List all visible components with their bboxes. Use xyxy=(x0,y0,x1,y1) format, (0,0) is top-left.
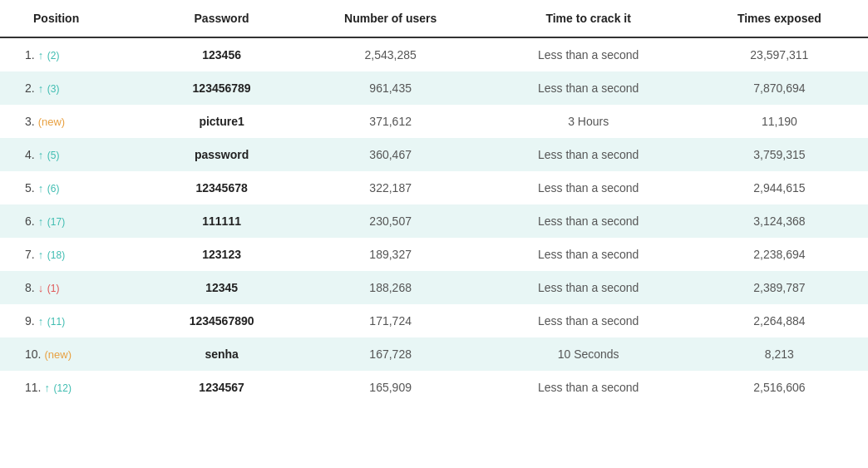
num-users-cell: 189,327 xyxy=(295,238,486,271)
table-row: 4.↑ (5)password360,467Less than a second… xyxy=(0,138,868,171)
time-to-crack-cell: Less than a second xyxy=(486,204,691,238)
table-row: 10.(new)senha167,72810 Seconds8,213 xyxy=(0,337,868,371)
table-header-row: Position Password Number of users Time t… xyxy=(0,0,868,37)
password-cell: picture1 xyxy=(148,105,294,138)
num-users-cell: 961,435 xyxy=(295,71,486,105)
times-exposed-cell: 2,389,787 xyxy=(691,271,868,304)
position-cell: 9.↑ (11) xyxy=(0,304,148,337)
times-exposed-cell: 3,759,315 xyxy=(691,138,868,171)
num-users-cell: 371,612 xyxy=(295,105,486,138)
position-cell: 3.(new) xyxy=(0,105,148,138)
times-exposed-cell: 2,516,606 xyxy=(691,371,868,404)
trend-up-icon: ↑ (5) xyxy=(38,149,60,161)
times-exposed-cell: 2,944,615 xyxy=(691,171,868,204)
time-to-crack-cell: Less than a second xyxy=(486,304,691,337)
table-row: 11.↑ (12)1234567165,909Less than a secon… xyxy=(0,371,868,404)
rank-number: 9. xyxy=(25,314,35,328)
num-users-cell: 165,909 xyxy=(295,371,486,404)
times-exposed-cell: 23,597,311 xyxy=(691,37,868,71)
trend-new-label: (new) xyxy=(44,348,72,361)
trend-new-label: (new) xyxy=(38,116,66,128)
arrow-down-icon: ↓ xyxy=(38,282,47,294)
position-cell: 7.↑ (18) xyxy=(0,238,148,271)
rank-number: 1. xyxy=(25,48,35,62)
times-exposed-cell: 3,124,368 xyxy=(691,204,868,238)
rank-number: 2. xyxy=(25,81,35,95)
table-row: 5.↑ (6)12345678322,187Less than a second… xyxy=(0,171,868,204)
times-exposed-cell: 8,213 xyxy=(691,337,868,371)
rank-number: 3. xyxy=(25,115,35,128)
rank-number: 4. xyxy=(25,148,35,161)
num-users-cell: 360,467 xyxy=(295,138,486,171)
password-cell: password xyxy=(148,138,294,171)
trend-value: (17) xyxy=(47,216,65,228)
times-exposed-cell: 11,190 xyxy=(691,105,868,138)
password-cell: 12345 xyxy=(148,271,294,304)
trend-value: (1) xyxy=(47,283,60,294)
password-cell: 1234567 xyxy=(148,371,294,404)
times-exposed-cell: 2,238,694 xyxy=(691,238,868,271)
num-users-cell: 230,507 xyxy=(295,204,486,238)
time-to-crack-cell: 3 Hours xyxy=(486,105,691,138)
position-cell: 1.↑ (2) xyxy=(0,37,148,71)
header-time-to-crack: Time to crack it xyxy=(486,0,691,37)
password-cell: 123456 xyxy=(148,37,294,71)
num-users-cell: 167,728 xyxy=(295,337,486,371)
time-to-crack-cell: Less than a second xyxy=(486,138,691,171)
trend-value: (2) xyxy=(47,50,60,62)
time-to-crack-cell: Less than a second xyxy=(486,37,691,71)
time-to-crack-cell: 10 Seconds xyxy=(486,337,691,371)
arrow-up-icon: ↑ xyxy=(38,215,47,228)
header-num-users: Number of users xyxy=(295,0,486,37)
time-to-crack-cell: Less than a second xyxy=(486,238,691,271)
trend-value: (11) xyxy=(47,316,65,328)
password-cell: 123123 xyxy=(148,238,294,271)
password-table-container: Position Password Number of users Time t… xyxy=(0,0,868,404)
table-row: 1.↑ (2)1234562,543,285Less than a second… xyxy=(0,37,868,71)
table-row: 6.↑ (17)111111230,507Less than a second3… xyxy=(0,204,868,238)
header-position: Position xyxy=(0,0,148,37)
trend-down-icon: ↓ (1) xyxy=(38,282,60,294)
position-cell: 8.↓ (1) xyxy=(0,271,148,304)
password-cell: 111111 xyxy=(148,204,294,238)
trend-up-icon: ↑ (18) xyxy=(38,249,65,261)
trend-up-icon: ↑ (3) xyxy=(38,82,60,95)
arrow-up-icon: ↑ xyxy=(38,82,47,95)
rank-number: 6. xyxy=(25,214,35,228)
position-cell: 6.↑ (17) xyxy=(0,204,148,238)
arrow-up-icon: ↑ xyxy=(44,382,52,394)
position-cell: 11.↑ (12) xyxy=(0,371,148,404)
password-cell: 12345678 xyxy=(148,171,294,204)
arrow-up-icon: ↑ xyxy=(38,315,47,328)
table-row: 9.↑ (11)1234567890171,724Less than a sec… xyxy=(0,304,868,337)
position-cell: 10.(new) xyxy=(0,337,148,371)
table-row: 7.↑ (18)123123189,327Less than a second2… xyxy=(0,238,868,271)
arrow-up-icon: ↑ xyxy=(38,182,47,195)
time-to-crack-cell: Less than a second xyxy=(486,71,691,105)
password-cell: senha xyxy=(148,337,294,371)
password-table: Position Password Number of users Time t… xyxy=(0,0,868,404)
arrow-up-icon: ↑ xyxy=(38,149,47,161)
rank-number: 10. xyxy=(25,347,41,361)
rank-number: 11. xyxy=(25,381,41,394)
time-to-crack-cell: Less than a second xyxy=(486,171,691,204)
times-exposed-cell: 7,870,694 xyxy=(691,71,868,105)
header-password: Password xyxy=(148,0,294,37)
password-cell: 123456789 xyxy=(148,71,294,105)
position-cell: 5.↑ (6) xyxy=(0,171,148,204)
rank-number: 5. xyxy=(25,181,35,195)
time-to-crack-cell: Less than a second xyxy=(486,271,691,304)
trend-value: (18) xyxy=(47,249,65,261)
time-to-crack-cell: Less than a second xyxy=(486,371,691,404)
rank-number: 8. xyxy=(25,281,35,294)
num-users-cell: 322,187 xyxy=(295,171,486,204)
password-cell: 1234567890 xyxy=(148,304,294,337)
arrow-up-icon: ↑ xyxy=(38,49,47,62)
trend-value: (5) xyxy=(47,150,60,161)
table-row: 3.(new)picture1371,6123 Hours11,190 xyxy=(0,105,868,138)
trend-value: (6) xyxy=(47,183,60,195)
table-row: 8.↓ (1)12345188,268Less than a second2,3… xyxy=(0,271,868,304)
rank-number: 7. xyxy=(25,248,35,261)
trend-up-icon: ↑ (2) xyxy=(38,49,60,62)
position-cell: 4.↑ (5) xyxy=(0,138,148,171)
